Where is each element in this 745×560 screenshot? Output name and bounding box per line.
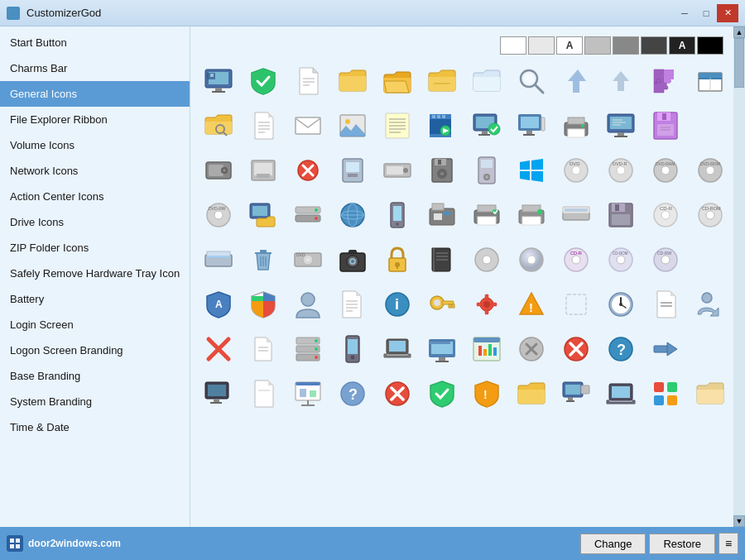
icon-cd-drive[interactable] bbox=[376, 151, 419, 190]
sidebar-item-general-icons[interactable]: General Icons bbox=[0, 81, 190, 107]
icon-monitor-details[interactable] bbox=[599, 106, 642, 146]
icon-key[interactable] bbox=[421, 285, 464, 324]
icon-arrow-blue-1[interactable] bbox=[555, 61, 598, 101]
icon-question-circle[interactable]: ? bbox=[599, 329, 642, 369]
sidebar-item-time-date[interactable]: Time & Date bbox=[0, 414, 190, 440]
icon-folder-right[interactable] bbox=[689, 374, 732, 414]
icon-arrow-right[interactable] bbox=[644, 329, 687, 369]
sidebar-item-logon-screen-branding[interactable]: Logon Screen Branding bbox=[0, 337, 190, 363]
close-button[interactable]: ✕ bbox=[717, 4, 738, 22]
icon-warning[interactable]: ! bbox=[510, 285, 553, 324]
icon-folder-closed[interactable] bbox=[421, 61, 464, 101]
icon-printer-check-2[interactable] bbox=[510, 195, 553, 235]
icon-shield-warning[interactable]: ! bbox=[465, 374, 508, 414]
swatch-white[interactable] bbox=[500, 36, 526, 55]
icon-padlock[interactable] bbox=[376, 240, 419, 280]
swatch-black[interactable] bbox=[697, 36, 723, 55]
icon-folder-search[interactable] bbox=[197, 106, 240, 146]
icon-blank-document[interactable] bbox=[286, 61, 329, 101]
icon-monitor-settings[interactable] bbox=[197, 61, 240, 101]
icon-harddrive[interactable] bbox=[197, 151, 240, 190]
change-button[interactable]: Change bbox=[580, 534, 646, 554]
icon-question-blue[interactable]: ? bbox=[331, 374, 374, 414]
icon-camera[interactable] bbox=[331, 240, 374, 280]
icon-cd-rom-2[interactable]: CD-ROM bbox=[599, 240, 642, 280]
icon-document-alt[interactable] bbox=[644, 285, 687, 324]
icon-x-circle-red[interactable] bbox=[555, 329, 598, 369]
icon-document-lines[interactable] bbox=[242, 106, 285, 146]
icon-cd-generic[interactable] bbox=[465, 240, 508, 280]
icon-dvd-r[interactable]: DVD-R bbox=[599, 151, 642, 190]
icon-book-dark[interactable] bbox=[421, 240, 464, 280]
icon-video-file[interactable] bbox=[421, 106, 464, 146]
icon-search[interactable] bbox=[510, 61, 553, 101]
icon-windows-logo[interactable] bbox=[510, 151, 553, 190]
swatch-dark-gray[interactable] bbox=[641, 36, 667, 55]
icon-cd-rom[interactable]: CD-ROM bbox=[689, 195, 732, 235]
icon-storage-alt[interactable] bbox=[286, 195, 329, 235]
icon-cd-shiny[interactable] bbox=[510, 240, 553, 280]
swatch-a-white[interactable]: A bbox=[556, 36, 583, 55]
icon-envelope[interactable] bbox=[286, 106, 329, 146]
minimize-button[interactable]: ─ bbox=[674, 4, 695, 22]
icon-recycle-bin[interactable] bbox=[242, 240, 285, 280]
icon-x-red[interactable] bbox=[286, 151, 329, 190]
sidebar-item-safely-remove[interactable]: Safely Remove Hardware Tray Icon bbox=[0, 261, 190, 286]
sidebar-item-charms-bar[interactable]: Charms Bar bbox=[0, 55, 190, 81]
sidebar-item-file-explorer-ribbon[interactable]: File Explorer Ribbon bbox=[0, 107, 190, 132]
icon-notes[interactable] bbox=[376, 106, 419, 146]
swatch-gray[interactable] bbox=[613, 36, 639, 55]
icon-storage-device[interactable] bbox=[242, 151, 285, 190]
icon-shield-green[interactable] bbox=[421, 374, 464, 414]
icon-laptop-2[interactable] bbox=[599, 374, 642, 414]
icon-dvd-rom[interactable]: DVD-ROM bbox=[689, 151, 732, 190]
icon-fax-device[interactable] bbox=[421, 195, 464, 235]
icon-phone-2[interactable] bbox=[331, 329, 374, 369]
sidebar-item-battery[interactable]: Battery bbox=[0, 286, 190, 312]
icon-folder-light[interactable] bbox=[465, 61, 508, 101]
icon-user-arrow[interactable] bbox=[689, 285, 732, 324]
icon-arrow-blue-2[interactable] bbox=[599, 61, 642, 101]
icon-server[interactable] bbox=[286, 329, 329, 369]
icon-folder-yellow[interactable] bbox=[331, 61, 374, 101]
icon-monitor-check[interactable] bbox=[465, 106, 508, 146]
icon-x-circle[interactable] bbox=[510, 329, 553, 369]
icon-document-list[interactable] bbox=[331, 285, 374, 324]
icon-cd-r[interactable]: CD-R bbox=[644, 195, 687, 235]
icon-gear-red[interactable] bbox=[465, 285, 508, 324]
scroll-down[interactable]: ▼ bbox=[733, 515, 745, 527]
sidebar-item-volume-icons[interactable]: Volume Icons bbox=[0, 132, 190, 158]
icon-laptop[interactable] bbox=[376, 329, 419, 369]
sidebar-item-login-screen[interactable]: Login Screen bbox=[0, 312, 190, 337]
sidebar-item-base-branding[interactable]: Base Branding bbox=[0, 363, 190, 389]
sidebar-item-drive-icons[interactable]: Drive Icons bbox=[0, 209, 190, 235]
menu-button[interactable]: ≡ bbox=[719, 533, 738, 554]
icon-photo[interactable] bbox=[331, 106, 374, 146]
sidebar-item-zip-folder-icons[interactable]: ZIP Folder Icons bbox=[0, 235, 190, 261]
icon-scanner-2[interactable] bbox=[197, 240, 240, 280]
icon-x-large[interactable] bbox=[197, 329, 240, 369]
icon-scanner[interactable] bbox=[555, 195, 598, 235]
icon-monitor-folder[interactable] bbox=[242, 195, 285, 235]
scroll-thumb[interactable] bbox=[734, 38, 744, 88]
icon-folder-open[interactable] bbox=[376, 61, 419, 101]
icon-x-circle-red-2[interactable] bbox=[376, 374, 419, 414]
icon-shield-color[interactable] bbox=[242, 285, 285, 324]
icon-dvd[interactable]: DVD bbox=[555, 151, 598, 190]
icon-dvd-rw[interactable]: DVD-RW bbox=[197, 195, 240, 235]
swatch-a-black[interactable]: A bbox=[669, 36, 695, 55]
icon-blank-space[interactable] bbox=[555, 285, 598, 324]
icon-clock[interactable] bbox=[599, 285, 642, 324]
icon-desktop-window[interactable] bbox=[421, 329, 464, 369]
sidebar-item-system-branding[interactable]: System Branding bbox=[0, 389, 190, 414]
icon-globe[interactable] bbox=[331, 195, 374, 235]
icon-dvd-drive[interactable]: DVD bbox=[286, 240, 329, 280]
icon-phone[interactable] bbox=[376, 195, 419, 235]
icon-music-device[interactable] bbox=[465, 151, 508, 190]
icon-shield-check[interactable] bbox=[242, 61, 285, 101]
icon-info[interactable]: i bbox=[376, 285, 419, 324]
icon-shield-blue[interactable]: A bbox=[197, 285, 240, 324]
icon-folder-yellow-2[interactable] bbox=[510, 374, 553, 414]
icon-cd-rw-2[interactable]: CD-RW bbox=[644, 240, 687, 280]
icon-dvd-ram[interactable]: DVD-RAM bbox=[644, 151, 687, 190]
